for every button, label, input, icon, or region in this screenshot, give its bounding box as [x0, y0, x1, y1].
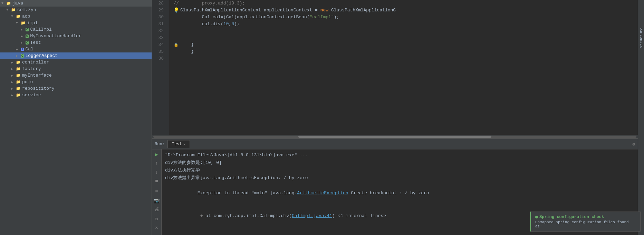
tree-item-java[interactable]: ▼ 📁 java [0, 0, 152, 7]
line-num-29: 29 [152, 7, 166, 14]
run-rerun-button[interactable]: ≡ [153, 188, 160, 195]
code-content[interactable]: // proxy.add(10,3); 💡 ClassPathXmlApplic… [169, 0, 638, 135]
output-line-1: "D:\Program Files\Java\jdk1.8.0_131\bin\… [165, 151, 634, 159]
run-close-button[interactable]: ✕ [153, 224, 160, 231]
tree-label-service: service [22, 92, 41, 98]
run-play-button[interactable]: ▶ [153, 151, 160, 158]
output-line-3: div方法执行完毕 [165, 167, 634, 174]
arrow-callimpl[interactable]: ▶ [21, 28, 26, 32]
line-num-30: 30 [152, 14, 166, 21]
code-text-29a: ClassPathXmlApplicationContext applicati… [180, 7, 396, 14]
tree-item-controller[interactable]: ▶ 📁 controller [0, 59, 152, 66]
right-structure-label[interactable]: Structure [639, 28, 643, 48]
arrow-controller[interactable]: ▶ [11, 60, 16, 65]
tree-item-myinvocationhandler[interactable]: ▶ C MyInvocationHandler [0, 33, 152, 39]
tree-item-reposititory[interactable]: ▶ 📁 reposititory [0, 85, 152, 92]
tree-label-reposititory: reposititory [22, 86, 55, 91]
line-num-34: 34 [152, 41, 166, 48]
output-link-6b[interactable]: CalImpl.java:41 [292, 213, 332, 218]
code-text-30: Cal cal=(Cal)applicationContext.getBean(… [180, 14, 339, 21]
tree-item-com-zyh[interactable]: ▼ 📁 com.zyh [0, 7, 152, 13]
folder-icon-myinterface: 📁 [16, 73, 21, 78]
class-icon-test: C [26, 41, 29, 45]
tree-item-impl[interactable]: ▼ 📁 impl [0, 20, 152, 26]
tree-label-loggeraspect: LoggerAspect [25, 53, 58, 58]
run-label: Run: [155, 142, 165, 147]
folder-icon-factory: 📁 [16, 67, 21, 71]
horizontal-scrollbar[interactable] [152, 135, 638, 138]
arrow-loggeraspect[interactable]: ▶ [16, 54, 21, 58]
spring-notification[interactable]: Spring configuration check Unmapped Spri… [530, 212, 641, 232]
gutter-28: // [172, 0, 180, 7]
folder-icon-service: 📁 [16, 93, 21, 97]
tree-item-factory[interactable]: ▶ 📁 factory [0, 66, 152, 72]
folder-icon-pojo: 📁 [16, 80, 21, 84]
tree-label-myinvocationhandler: MyInvocationHandler [30, 33, 81, 39]
class-icon-myinvocationhandler: C [26, 35, 29, 38]
arrow-factory[interactable]: ▶ [11, 67, 16, 71]
tree-label-controller: controller [22, 60, 49, 65]
output-error-6c: ) <4 internal lines> [332, 213, 386, 218]
code-line-31: cal.div(10,0); [172, 21, 638, 28]
arrow-service[interactable]: ▶ [11, 93, 16, 97]
class-icon-callimpl: C [26, 28, 29, 31]
arrow-myinvocationhandler[interactable]: ▶ [21, 34, 26, 38]
arrow-java[interactable]: ▼ [1, 1, 6, 5]
gutter-34: 🔒 [172, 41, 180, 48]
run-tabs-bar: Run: Test ✕ ⚙ [152, 139, 638, 149]
tree-item-callimpl[interactable]: ▶ C CallImpl [0, 26, 152, 33]
arrow-cal[interactable]: ▶ [16, 47, 21, 51]
line-num-31: 31 [152, 21, 166, 28]
folder-icon-com-zyh: 📁 [11, 8, 16, 12]
arrow-com-zyh[interactable]: ▼ [6, 8, 11, 12]
output-indent-6: + [198, 213, 203, 218]
output-line-2: div方法的参数是:[10, 0] [165, 159, 634, 167]
bulb-icon-29: 💡 [173, 7, 179, 14]
tree-label-pojo: pojo [22, 79, 33, 85]
code-line-30: Cal cal=(Cal)applicationContext.getBean(… [172, 14, 638, 21]
tree-label-myinterface: myInterface [22, 73, 52, 78]
arrow-myinterface[interactable]: ▶ [11, 74, 16, 78]
output-link-5b[interactable]: ArithmeticException [297, 190, 348, 196]
tree-item-aop[interactable]: ▼ 📁 aop [0, 13, 152, 20]
code-line-28: // proxy.add(10,3); [172, 0, 638, 7]
code-text-31: cal.div(10,0); [180, 21, 240, 28]
output-error-5a: Exception in thread "main" java.lang. [198, 190, 297, 196]
tab-test-close[interactable]: ✕ [183, 142, 186, 147]
line-num-32: 32 [152, 28, 166, 35]
tree-item-service[interactable]: ▶ 📁 service [0, 92, 152, 98]
tree-item-myinterface[interactable]: ▶ 📁 myInterface [0, 72, 152, 79]
run-print-button[interactable]: 🖨 [153, 206, 160, 213]
tree-item-loggeraspect[interactable]: ▶ C LoggerAspect [0, 52, 152, 59]
arrow-aop[interactable]: ▼ [11, 14, 16, 18]
tree-item-test[interactable]: ▶ C Test [0, 39, 152, 46]
arrow-test[interactable]: ▶ [21, 41, 26, 45]
scrollbar-thumb[interactable] [298, 136, 492, 138]
run-up-button[interactable]: ↑ [153, 160, 160, 167]
lock-icon-34: 🔒 [174, 41, 179, 48]
line-num-35: 35 [152, 48, 166, 55]
code-line-35: } [172, 48, 638, 55]
tree-item-cal[interactable]: ▶ I Cal [0, 46, 152, 52]
run-refresh-button[interactable]: ↻ [153, 215, 160, 222]
tree-label-impl: impl [27, 20, 38, 26]
tab-test[interactable]: Test ✕ [167, 140, 190, 148]
file-tree[interactable]: ▼ 📁 java ▼ 📁 com.zyh ▼ 📁 aop ▼ 📁 impl [0, 0, 152, 235]
run-camera-button[interactable]: 📷 [153, 197, 160, 204]
tree-label-aop: aop [22, 14, 30, 19]
settings-icon[interactable]: ⚙ [632, 141, 635, 147]
arrow-pojo[interactable]: ▶ [11, 80, 16, 84]
line-num-36: 36 [152, 55, 166, 62]
line-numbers: 28 29 30 31 32 33 34 35 36 [152, 0, 169, 135]
tree-item-pojo[interactable]: ▶ 📁 pojo [0, 79, 152, 85]
code-line-33 [172, 35, 638, 41]
scrollbar-track[interactable] [153, 136, 636, 138]
run-stop-button[interactable]: ■ [153, 178, 160, 185]
line-num-28: 28 [152, 0, 166, 7]
comment-icon-28: // [173, 0, 179, 7]
run-down-button[interactable]: ↓ [153, 169, 160, 176]
arrow-reposititory[interactable]: ▶ [11, 87, 16, 91]
output-error-5c: Create breakpoint : / by zero [348, 190, 429, 196]
arrow-impl[interactable]: ▼ [16, 21, 21, 25]
tree-label-factory: factory [22, 66, 41, 71]
